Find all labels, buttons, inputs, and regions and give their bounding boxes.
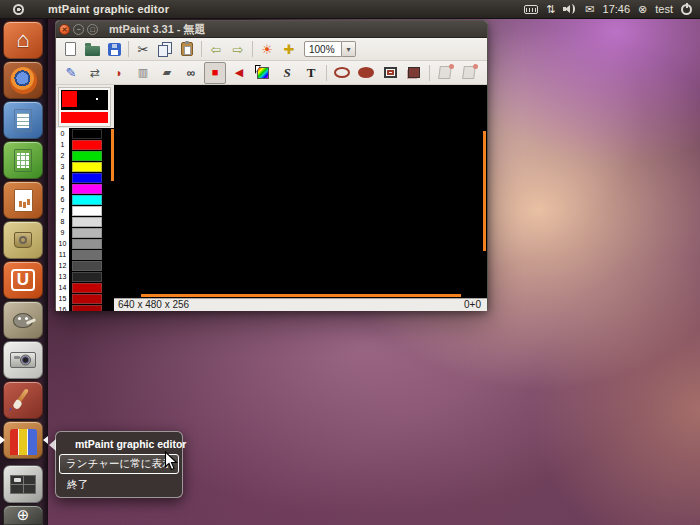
launcher-item-gimp[interactable]	[3, 301, 43, 339]
maximize-button[interactable]: □	[87, 24, 98, 35]
tool-flood-fill[interactable]: ◗	[108, 62, 130, 84]
tool-paste-flip[interactable]	[434, 62, 456, 84]
palette-strip: 0 1 2 3 4 5 6 7 8 9 10 11 12 13 14 15 16	[56, 128, 114, 311]
brightness-button[interactable]: ☀	[257, 39, 277, 59]
palette-swatch[interactable]	[72, 184, 102, 194]
palette-swatch[interactable]	[72, 250, 102, 260]
cut-scissors-icon: ✂	[138, 43, 149, 56]
palette-swatch[interactable]	[72, 162, 102, 172]
top-panel: mtPaint graphic editor ⇅ ✉ 17:46 ⊗ test	[0, 0, 700, 19]
image-canvas[interactable]	[114, 85, 487, 298]
tool-rectangle-outline[interactable]	[379, 62, 401, 84]
window-title: mtPaint 3.31 - 無題	[109, 22, 206, 37]
palette-swatch[interactable]	[72, 151, 102, 161]
tool-color-picker[interactable]	[252, 62, 274, 84]
home-icon: ⌂	[16, 27, 29, 53]
clock[interactable]: 17:46	[603, 0, 631, 18]
pan-window-button[interactable]: ✚	[279, 39, 299, 59]
ubuntu-one-icon: U	[11, 269, 35, 291]
launcher-item-camera[interactable]	[3, 341, 43, 379]
tool-clone[interactable]: ∞	[180, 62, 202, 84]
palette-swatch[interactable]	[72, 272, 102, 282]
launcher-item-apps[interactable]: ⊕	[3, 505, 43, 525]
paste-button[interactable]	[177, 39, 197, 59]
palette-swatch[interactable]	[72, 261, 102, 271]
open-file-button[interactable]	[82, 39, 102, 59]
palette-index: 11	[56, 249, 69, 260]
launcher-item-mtpaint[interactable]	[3, 421, 43, 459]
tool-ellipse-fill[interactable]	[355, 62, 377, 84]
redo-arrow-icon: ⇨	[233, 43, 244, 56]
launcher-item-paint[interactable]	[3, 381, 43, 419]
zoom-value-field[interactable]: 100%	[304, 41, 342, 57]
tool-pattern[interactable]: ■	[204, 62, 226, 84]
main-toolbar: ✂ ⇦ ⇨ ☀ ✚ 100% ▾	[56, 38, 487, 61]
mtpaint-window: ✕ − □ mtPaint 3.31 - 無題 ✂ ⇦ ⇨ ☀ ✚ 100% ▾	[55, 20, 488, 310]
horizontal-scrollbar[interactable]	[141, 294, 461, 297]
palette-index: 10	[56, 238, 69, 249]
launcher-item-writer[interactable]	[3, 101, 43, 139]
palette-swatch[interactable]	[72, 195, 102, 205]
tool-gradient[interactable]: ◀	[228, 62, 250, 84]
network-indicator-icon[interactable]: ⇅	[546, 0, 555, 18]
tool-paint[interactable]: ✎	[60, 62, 82, 84]
palette-swatch[interactable]	[72, 228, 102, 238]
mail-icon[interactable]: ✉	[585, 0, 594, 18]
palette-swatch[interactable]	[72, 239, 102, 249]
new-image-button[interactable]	[60, 39, 80, 59]
workspace-switcher-icon	[10, 475, 36, 494]
palette-swatch[interactable]	[72, 294, 102, 304]
username[interactable]: test	[655, 0, 673, 18]
session-status-icon[interactable]: ⊗	[638, 0, 647, 18]
palette-swatch[interactable]	[72, 217, 102, 227]
palette-swatch[interactable]	[72, 140, 102, 150]
copy-button[interactable]	[155, 39, 175, 59]
close-button[interactable]: ✕	[59, 24, 70, 35]
zoom-dropdown-button[interactable]: ▾	[342, 41, 356, 57]
tool-paste-rotate[interactable]	[458, 62, 480, 84]
tool-rectangle-fill[interactable]	[403, 62, 425, 84]
camera-icon	[10, 352, 36, 368]
power-icon[interactable]	[681, 4, 692, 15]
tool-smear[interactable]: S	[276, 62, 298, 84]
launcher-item-software-center[interactable]	[3, 221, 43, 259]
brightness-sun-icon: ☀	[261, 43, 273, 56]
window-statusbar: 640 x 480 x 256 0+0	[114, 298, 487, 311]
smear-icon: S	[283, 66, 290, 79]
quicklist-item-quit[interactable]: 終了	[59, 474, 179, 494]
preview-dot	[96, 98, 98, 100]
tool-text[interactable]: T	[300, 62, 322, 84]
launcher-item-workspaces[interactable]	[3, 465, 43, 503]
keyboard-indicator-icon[interactable]	[524, 5, 538, 14]
save-file-button[interactable]	[104, 39, 124, 59]
palette-swatch[interactable]	[72, 283, 102, 293]
palette-swatch[interactable]	[72, 305, 102, 311]
palette-swatch[interactable]	[72, 173, 102, 183]
window-titlebar[interactable]: ✕ − □ mtPaint 3.31 - 無題	[56, 21, 487, 38]
launcher-item-calc[interactable]	[3, 141, 43, 179]
pattern-square-icon: ■	[212, 67, 219, 78]
tool-ellipse-outline[interactable]	[331, 62, 353, 84]
color-pattern-preview[interactable]	[58, 87, 111, 127]
redo-button[interactable]: ⇨	[228, 39, 248, 59]
writer-icon	[14, 109, 32, 132]
quicklist-item-keep-in-launcher[interactable]: ランチャーに常に表示	[59, 454, 179, 474]
undo-button[interactable]: ⇦	[206, 39, 226, 59]
minimize-button[interactable]: −	[73, 24, 84, 35]
vertical-scrollbar[interactable]	[483, 131, 486, 251]
tool-shuffle[interactable]: ⇄	[84, 62, 106, 84]
tool-straight-line[interactable]: ▥	[132, 62, 154, 84]
tool-smudge[interactable]: ▰	[156, 62, 178, 84]
system-tray: ⇅ ✉ 17:46 ⊗ test	[524, 0, 692, 18]
cut-button[interactable]: ✂	[133, 39, 153, 59]
palette-swatch[interactable]	[72, 206, 102, 216]
launcher-item-firefox[interactable]	[3, 61, 43, 99]
launcher-item-home[interactable]: ⌂	[3, 21, 43, 59]
palette-swatch[interactable]	[72, 129, 102, 139]
palette-index: 4	[56, 172, 69, 183]
launcher-item-impress[interactable]	[3, 181, 43, 219]
volume-icon[interactable]	[563, 4, 577, 14]
cursor-position: 0+0	[464, 299, 481, 311]
ubuntu-logo-icon[interactable]	[13, 4, 24, 15]
launcher-item-ubuntu-one[interactable]: U	[3, 261, 43, 299]
